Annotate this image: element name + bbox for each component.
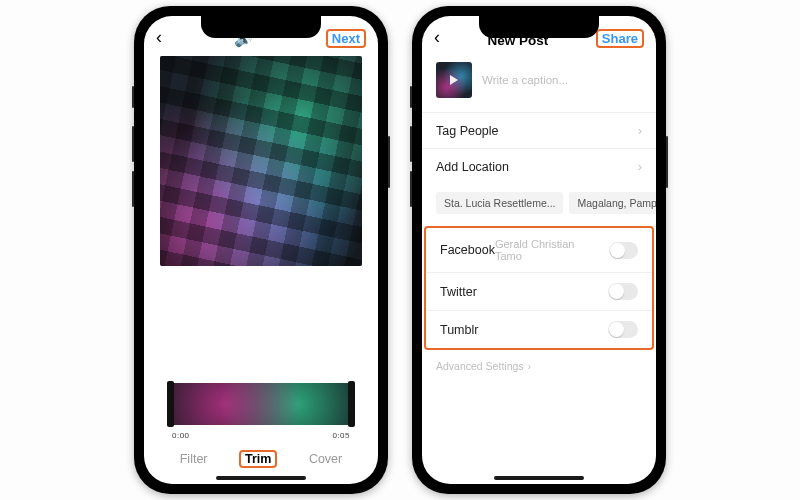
share-targets: Facebook Gerald Christian Tamo Twitter T…	[424, 226, 654, 350]
share-subtext: Gerald Christian Tamo	[495, 238, 599, 262]
share-button[interactable]: Share	[596, 29, 644, 48]
share-row-tumblr: Tumblr	[426, 311, 652, 348]
video-preview[interactable]	[160, 56, 362, 266]
trim-timeline[interactable]	[170, 383, 352, 425]
chevron-right-icon: ›	[638, 123, 642, 138]
location-chip[interactable]: Sta. Lucia Resettleme...	[436, 192, 563, 214]
phone-edit: ‹ 🔊 Next 0:00 0:05 Filter Trim Cover	[134, 6, 388, 494]
caption-row: Write a caption...	[422, 52, 656, 113]
notch	[479, 16, 599, 38]
share-row-facebook: Facebook Gerald Christian Tamo	[426, 228, 652, 273]
notch	[201, 16, 321, 38]
video-thumbnail[interactable]	[436, 62, 472, 98]
tab-trim[interactable]: Trim	[239, 450, 277, 468]
share-label: Twitter	[440, 285, 477, 299]
chevron-right-icon: ›	[528, 360, 532, 372]
tag-people-label: Tag People	[436, 124, 499, 138]
tab-filter[interactable]: Filter	[180, 452, 208, 466]
add-location-row[interactable]: Add Location ›	[422, 149, 656, 184]
advanced-settings[interactable]: Advanced Settings›	[422, 350, 656, 382]
tab-cover[interactable]: Cover	[309, 452, 342, 466]
location-chip[interactable]: Magalang, Pampanga	[569, 192, 656, 214]
location-suggestions: Sta. Lucia Resettleme... Magalang, Pampa…	[422, 184, 656, 227]
home-indicator[interactable]	[216, 476, 306, 480]
trim-time-row: 0:00 0:05	[144, 429, 378, 440]
share-label: Tumblr	[440, 323, 478, 337]
add-location-label: Add Location	[436, 160, 509, 174]
toggle-twitter[interactable]	[608, 283, 638, 300]
phone-newpost: ‹ New Post Share Write a caption... Tag …	[412, 6, 666, 494]
chevron-right-icon: ›	[638, 159, 642, 174]
share-label: Facebook	[440, 243, 495, 257]
next-button[interactable]: Next	[326, 29, 366, 48]
trim-end-time: 0:05	[332, 431, 350, 440]
toggle-facebook[interactable]	[609, 242, 638, 259]
caption-input[interactable]: Write a caption...	[482, 74, 568, 86]
trim-start-time: 0:00	[172, 431, 190, 440]
toggle-tumblr[interactable]	[608, 321, 638, 338]
share-row-twitter: Twitter	[426, 273, 652, 311]
advanced-settings-label: Advanced Settings	[436, 360, 524, 372]
home-indicator[interactable]	[494, 476, 584, 480]
tag-people-row[interactable]: Tag People ›	[422, 113, 656, 149]
